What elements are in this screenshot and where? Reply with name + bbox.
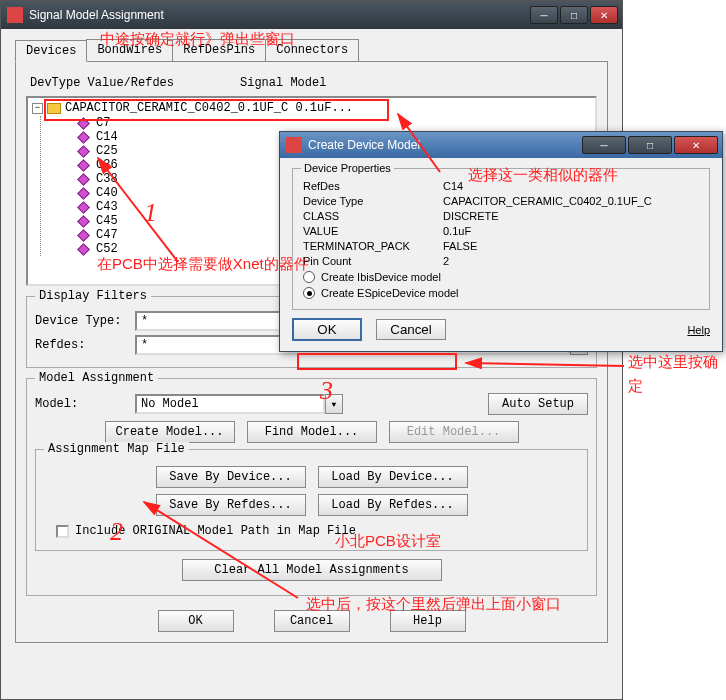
component-icon (77, 117, 90, 130)
ok-button[interactable]: OK (158, 610, 234, 632)
dialog-body: Device Properties RefDesC14 Device TypeC… (280, 158, 722, 351)
tree-item-label: C52 (96, 242, 118, 256)
tree-item-label: C36 (96, 158, 118, 172)
dialog-maximize-button[interactable]: □ (628, 136, 672, 154)
tree-item[interactable]: C7 (51, 116, 593, 130)
prop-row: Device TypeCAPACITOR_CERAMIC_C0402_0.1UF… (303, 195, 699, 207)
folder-icon (47, 103, 61, 114)
dialog-title: Create Device Model (308, 138, 582, 152)
display-filters-legend: Display Filters (35, 289, 151, 303)
dialog-help-link[interactable]: Help (687, 324, 710, 336)
prop-row: TERMINATOR_PACKFALSE (303, 240, 699, 252)
column-headers: DevType Value/Refdes Signal Model (30, 76, 597, 90)
component-icon (77, 145, 90, 158)
prop-val: 0.1uF (443, 225, 471, 237)
model-dropdown-icon[interactable]: ▼ (325, 394, 343, 414)
prop-val: CAPACITOR_CERAMIC_C0402_0.1UF_C (443, 195, 652, 207)
help-button[interactable]: Help (390, 610, 466, 632)
tree-item-label: C43 (96, 200, 118, 214)
dialog-ok-button[interactable]: OK (292, 318, 362, 341)
clear-all-button[interactable]: Clear All Model Assignments (182, 559, 442, 581)
assignment-map-file-group: Assignment Map File Save By Device... Lo… (35, 449, 588, 551)
main-titlebar[interactable]: Signal Model Assignment ─ □ ✕ (1, 1, 622, 29)
tree-item-label: C47 (96, 228, 118, 242)
prop-row: Pin Count2 (303, 255, 699, 267)
main-title: Signal Model Assignment (29, 8, 530, 22)
create-device-model-dialog: Create Device Model ─ □ ✕ Device Propert… (279, 131, 723, 352)
prop-key: Device Type (303, 195, 443, 207)
dialog-close-button[interactable]: ✕ (674, 136, 718, 154)
tab-bondwires[interactable]: BondWires (86, 39, 173, 61)
dialog-button-row: OK Cancel Help (292, 318, 710, 341)
dialog-titlebar[interactable]: Create Device Model ─ □ ✕ (280, 132, 722, 158)
tree-item-label: C25 (96, 144, 118, 158)
tabstrip: Devices BondWires RefDesPins Connectors (15, 39, 608, 62)
prop-key: RefDes (303, 180, 443, 192)
bottom-button-row: OK Cancel Help (26, 610, 597, 632)
dialog-app-icon (286, 137, 302, 153)
app-icon (7, 7, 23, 23)
prop-val: 2 (443, 255, 449, 267)
device-properties-legend: Device Properties (301, 162, 394, 174)
radio-ibis[interactable] (303, 271, 315, 283)
model-label: Model: (35, 397, 135, 411)
component-icon (77, 159, 90, 172)
prop-row: CLASSDISCRETE (303, 210, 699, 222)
component-icon (77, 187, 90, 200)
tab-connectors[interactable]: Connectors (265, 39, 359, 61)
component-icon (77, 131, 90, 144)
prop-key: TERMINATOR_PACK (303, 240, 443, 252)
prop-val: DISCRETE (443, 210, 499, 222)
refdes-label: Refdes: (35, 338, 135, 352)
load-by-refdes-button[interactable]: Load By Refdes... (318, 494, 468, 516)
tree-item-label: C38 (96, 172, 118, 186)
tab-devices[interactable]: Devices (15, 40, 87, 62)
component-icon (77, 173, 90, 186)
prop-row: RefDesC14 (303, 180, 699, 192)
tree-item-label: C7 (96, 116, 110, 130)
load-by-device-button[interactable]: Load By Device... (318, 466, 468, 488)
component-icon (77, 215, 90, 228)
radio-ibis-row[interactable]: Create IbisDevice model (303, 271, 699, 283)
radio-espice-row[interactable]: Create ESpiceDevice model (303, 287, 699, 299)
prop-key: CLASS (303, 210, 443, 222)
include-original-label: Include ORIGINAL Model Path in Map File (75, 524, 356, 538)
component-icon (77, 229, 90, 242)
save-by-device-button[interactable]: Save By Device... (156, 466, 306, 488)
radio-espice[interactable] (303, 287, 315, 299)
prop-val: FALSE (443, 240, 477, 252)
tree-root-label: CAPACITOR_CERAMIC_C0402_0.1UF_C 0.1uF... (65, 101, 353, 115)
model-input[interactable] (135, 394, 325, 414)
save-by-refdes-button[interactable]: Save By Refdes... (156, 494, 306, 516)
close-button[interactable]: ✕ (590, 6, 618, 24)
tree-root-row[interactable]: − CAPACITOR_CERAMIC_C0402_0.1UF_C 0.1uF.… (30, 100, 593, 116)
col-header-right: Signal Model (240, 76, 326, 90)
tree-item-label: C40 (96, 186, 118, 200)
map-file-legend: Assignment Map File (44, 442, 189, 456)
include-original-checkbox[interactable] (56, 525, 69, 538)
model-assignment-legend: Model Assignment (35, 371, 158, 385)
device-properties-group: Device Properties RefDesC14 Device TypeC… (292, 168, 710, 310)
cancel-button[interactable]: Cancel (274, 610, 350, 632)
dialog-cancel-button[interactable]: Cancel (376, 319, 446, 340)
prop-key: Pin Count (303, 255, 443, 267)
main-client: Devices BondWires RefDesPins Connectors … (1, 29, 622, 699)
prop-val: C14 (443, 180, 463, 192)
device-type-label: Device Type: (35, 314, 135, 328)
component-icon (77, 201, 90, 214)
create-model-button[interactable]: Create Model... (105, 421, 235, 443)
maximize-button[interactable]: □ (560, 6, 588, 24)
radio-ibis-label: Create IbisDevice model (321, 271, 441, 283)
model-assignment-group: Model Assignment Model: ▼ Auto Setup Cre… (26, 378, 597, 596)
prop-row: VALUE0.1uF (303, 225, 699, 237)
dialog-minimize-button[interactable]: ─ (582, 136, 626, 154)
col-header-left: DevType Value/Refdes (30, 76, 240, 90)
auto-setup-button[interactable]: Auto Setup (488, 393, 588, 415)
tree-item-label: C14 (96, 130, 118, 144)
find-model-button[interactable]: Find Model... (247, 421, 377, 443)
tree-collapse-icon[interactable]: − (32, 103, 43, 114)
tab-refdespins[interactable]: RefDesPins (172, 39, 266, 61)
tree-item-label: C45 (96, 214, 118, 228)
radio-espice-label: Create ESpiceDevice model (321, 287, 459, 299)
minimize-button[interactable]: ─ (530, 6, 558, 24)
